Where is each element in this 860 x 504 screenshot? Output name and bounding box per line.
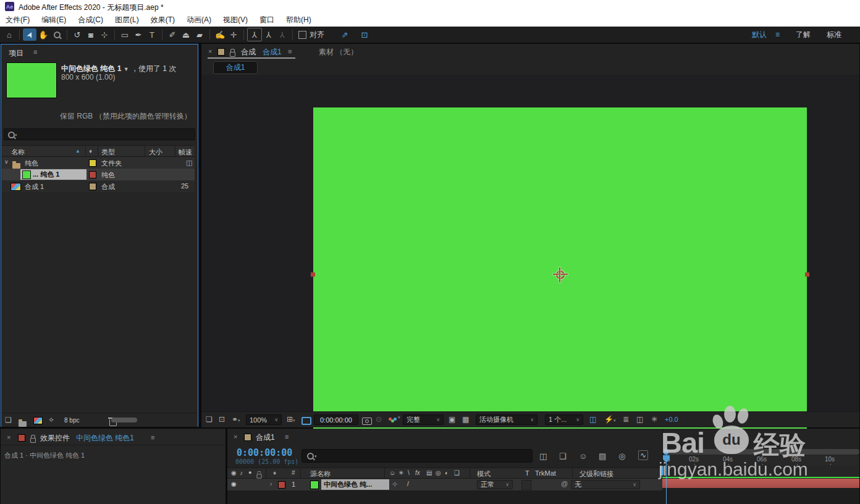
timeline-search-input[interactable]: ▾ [301,449,533,463]
menu-layer[interactable]: 图层(L) [115,15,139,25]
label-column-icon[interactable]: ♦ [273,469,276,476]
item-dropdown-icon[interactable]: ▼ [124,66,129,72]
work-area-bar[interactable] [664,449,859,455]
clone-stamp-tool-icon[interactable]: ⏏ [179,28,193,41]
draft-3d-icon[interactable]: ❑ [559,452,567,461]
anchor-point-icon[interactable] [556,271,565,279]
audio-column-icon[interactable]: ♪ [240,469,243,476]
resolution-dropdown[interactable]: 完整∨ [403,414,444,425]
lock-icon[interactable] [30,438,36,443]
exposure-value[interactable]: +0.0 [665,416,678,423]
snapshot-icon[interactable] [362,418,372,425]
column-mode[interactable]: 模式 [477,469,491,479]
puppet-pin-tool-icon[interactable]: ✛ [227,28,240,41]
roto-brush-tool-icon[interactable]: ✍ [213,28,227,41]
column-size[interactable]: 大小 [149,148,162,157]
frame-blending-icon[interactable]: ▤ [599,452,606,461]
fast-preview-icon[interactable]: ⚡▾ [604,415,616,424]
menu-effect[interactable]: 效果(T) [151,15,175,25]
horizontal-scrollbar[interactable] [111,418,137,422]
quality-switch-icon[interactable]: \ [408,469,410,476]
trkmat-cell[interactable] [521,480,531,490]
project-search-input[interactable]: ▾ [4,128,195,140]
solo-column-icon[interactable]: ● [248,469,251,476]
view-layout-dropdown[interactable]: 1 个...∨ [545,414,583,425]
mask-visibility-icon[interactable] [301,417,311,425]
snap-checkbox[interactable] [298,31,306,39]
sort-ascending-icon[interactable]: ▲ [75,148,80,154]
brush-tool-icon[interactable]: ✐ [166,28,179,41]
transparency-grid-icon[interactable]: ▦ [462,415,469,424]
type-tool-icon[interactable]: T [145,28,159,41]
channel-glasses-icon[interactable]: ⚭▾ [232,415,240,424]
lock-icon[interactable] [230,52,235,57]
comp-panel-menu-icon[interactable]: ≡ [288,48,292,55]
parent-dropdown[interactable]: 无∨ [571,480,640,489]
selected-name-cell[interactable]: ... 纯色 1 [20,169,86,180]
tab-timeline[interactable]: 合成1 [256,432,275,443]
workspace-learn[interactable]: 了解 [796,30,811,40]
rotation-tool-icon[interactable]: ↺ [70,28,84,41]
graph-editor-icon[interactable]: ∿ [638,450,648,460]
column-rate[interactable]: 帧速 [179,148,192,157]
view-axis-mode-icon[interactable]: ⅄ [276,28,289,41]
layer-expander-icon[interactable]: › [270,481,272,487]
menu-animation[interactable]: 动画(A) [187,15,211,25]
menu-file[interactable]: 文件(F) [6,15,30,25]
menu-edit[interactable]: 编辑(E) [41,15,66,25]
layer-duration-bar[interactable] [662,479,859,488]
project-panel-menu-icon[interactable]: ≡ [33,48,37,56]
interpret-footage-icon[interactable]: ❏ [5,416,12,424]
tab-footage[interactable]: 素材 （无） [319,47,358,57]
effects-panel-menu-icon[interactable]: ≡ [151,434,154,441]
magnification-dropdown[interactable]: 100%∨ [246,414,282,425]
label-color-chip[interactable] [89,171,96,178]
table-row[interactable]: 合成 1 合成 25 [2,180,195,192]
column-number[interactable]: # [292,469,295,476]
lock-column-icon[interactable] [256,474,261,478]
frame-blend-switch-icon[interactable]: ▤ [426,469,432,476]
layer-name-cell[interactable]: 中间色绿色 纯... [321,479,389,490]
snap-option-1-icon[interactable]: ⇗ [338,28,352,41]
world-axis-mode-icon[interactable]: ⅄ [262,28,276,41]
adjustment-switch-icon[interactable]: ◐ [445,469,449,476]
pan-behind-tool-icon[interactable]: ⊹ [98,28,111,41]
primary-viewer-icon[interactable]: ⊡ [219,415,225,424]
tab-effect-controls[interactable]: 效果控件 [40,433,70,443]
collapse-switch-icon[interactable]: ✳ [398,469,403,476]
new-folder-icon[interactable] [19,421,27,427]
time-ruler[interactable]: 0s 02s 04s 06s 08s 10s [663,455,859,466]
tab-composition[interactable]: 合成 [241,47,256,57]
item-thumbnail[interactable] [6,62,57,98]
tab-effect-target[interactable]: 中间色绿色 纯色1 [76,433,134,443]
close-tab-icon[interactable]: × [7,434,11,441]
close-tab-icon[interactable]: × [208,48,212,55]
project-tab[interactable]: 项目 [9,48,23,59]
blend-mode-dropdown[interactable]: 正常∨ [477,480,513,489]
preview-timecode[interactable]: 0:00:00:00 [314,414,358,425]
comp-viewer[interactable] [201,75,859,411]
menu-help[interactable]: 帮助(H) [286,15,311,25]
snap-option-2-icon[interactable]: ⊡ [358,28,371,41]
bit-depth-button[interactable]: 8 bpc [64,417,79,424]
layer-quality-slash-icon[interactable]: / [407,481,409,487]
current-timecode[interactable]: 0:00:00:00 [237,447,292,458]
timeline-button-icon[interactable]: ≣ [623,415,629,424]
label-color-chip[interactable] [89,159,96,167]
motion-blur-switch-icon[interactable]: ◎ [436,469,441,476]
column-name[interactable]: 名称 [11,148,25,157]
threed-switch-icon[interactable]: ❑ [454,469,460,476]
snap-label[interactable]: 对齐 [310,30,324,40]
grid-guides-icon[interactable]: ⊞▾ [287,415,295,424]
camera-tool-icon[interactable]: ◙ [84,28,98,41]
hide-shy-layers-icon[interactable]: ☺ [579,452,587,461]
column-trkmat[interactable]: TrkMat [535,469,556,477]
label-color-chip[interactable] [89,183,96,190]
selection-tool-icon[interactable]: ➤ [23,28,36,41]
flowchart-icon[interactable]: ◫ [186,159,192,167]
region-of-interest-icon[interactable]: ▣ [449,415,455,424]
timeline-panel-menu-icon[interactable]: ≡ [285,433,289,440]
breadcrumb[interactable]: 合成1 [213,61,258,74]
layer-row[interactable]: ◉ › 1 中间色绿色 纯... ⊹ / 正常∨ @ 无∨ [227,479,662,490]
reset-exposure-icon[interactable]: ✳ [651,415,657,424]
